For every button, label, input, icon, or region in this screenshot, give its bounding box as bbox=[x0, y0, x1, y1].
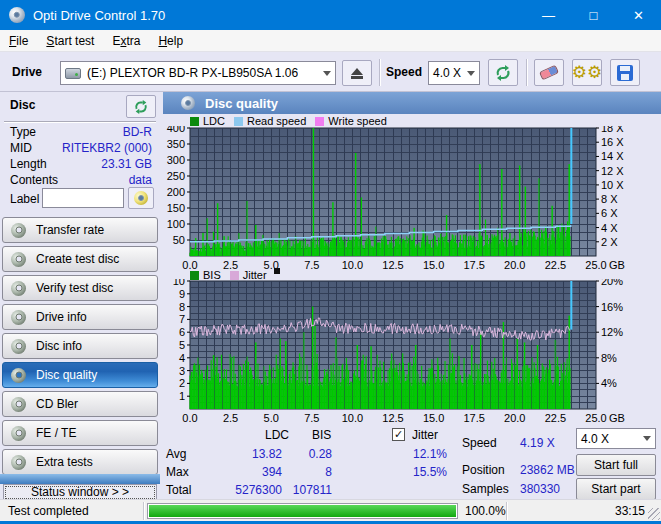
disc-label-button[interactable] bbox=[128, 187, 154, 209]
disc-label-label: Label bbox=[10, 192, 39, 206]
max-bis-value: 8 bbox=[286, 465, 332, 479]
disc-icon bbox=[11, 310, 26, 325]
ldc-read-speed-chart: 4003503002502001501005018 X16 X14 X12 X1… bbox=[160, 126, 661, 272]
disc-icon bbox=[11, 281, 26, 296]
sidebar-item-fe-te[interactable]: FE / TE bbox=[2, 420, 158, 446]
svg-text:50: 50 bbox=[173, 234, 185, 246]
drive-label: Drive bbox=[12, 65, 42, 79]
svg-text:GB: GB bbox=[609, 412, 625, 424]
test-speed-select-value: 4.0 X bbox=[581, 432, 609, 446]
drive-select[interactable]: (E:) PLEXTOR BD-R PX-LB950SA 1.06 bbox=[60, 61, 336, 85]
svg-text:400: 400 bbox=[167, 126, 185, 134]
title-bar: Opti Drive Control 1.70 — □ ✕ bbox=[0, 0, 661, 30]
disc-quality-header: Disc quality bbox=[163, 92, 661, 114]
disc-icon bbox=[11, 368, 26, 383]
statusbar-separator bbox=[506, 502, 507, 520]
resize-grip[interactable] bbox=[648, 508, 660, 520]
sidebar-item-disc-quality[interactable]: Disc quality bbox=[2, 362, 158, 388]
window-title: Opti Drive Control 1.70 bbox=[33, 8, 165, 23]
svg-text:17.5: 17.5 bbox=[463, 412, 484, 424]
start-part-button[interactable]: Start part bbox=[576, 478, 656, 500]
save-button[interactable] bbox=[610, 59, 640, 86]
speed-label: Speed bbox=[386, 65, 422, 79]
svg-text:16%: 16% bbox=[601, 301, 623, 313]
disc-type-label: Type bbox=[10, 125, 36, 139]
avg-bis-value: 0.28 bbox=[286, 447, 332, 461]
max-row-label: Max bbox=[166, 465, 189, 479]
svg-text:10: 10 bbox=[173, 279, 185, 287]
max-ldc-value: 394 bbox=[220, 465, 282, 479]
elapsed-time: 33:15 bbox=[615, 504, 645, 518]
avg-jitter-value: 12.1% bbox=[390, 447, 447, 461]
disc-icon bbox=[11, 426, 26, 441]
sidebar-item-extra-tests[interactable]: Extra tests bbox=[2, 449, 158, 475]
refresh-button[interactable] bbox=[488, 59, 518, 86]
menu-help[interactable]: Help bbox=[149, 32, 192, 50]
menu-extra[interactable]: Extra bbox=[103, 32, 149, 50]
menu-start-test[interactable]: Start test bbox=[37, 32, 103, 50]
svg-text:22.5: 22.5 bbox=[545, 259, 566, 271]
gears-icon: ⚙⚙ bbox=[572, 64, 602, 81]
svg-text:12.5: 12.5 bbox=[382, 412, 403, 424]
menu-bar: File Start test Extra Help bbox=[0, 30, 661, 52]
erase-disc-button[interactable] bbox=[534, 59, 564, 86]
settings-button[interactable]: ⚙⚙ bbox=[572, 59, 602, 86]
refresh-icon bbox=[494, 64, 512, 82]
svg-text:7.5: 7.5 bbox=[304, 412, 319, 424]
minimize-button[interactable]: — bbox=[526, 0, 571, 30]
disc-panel-title: Disc bbox=[10, 98, 35, 112]
svg-text:25.0: 25.0 bbox=[585, 412, 606, 424]
svg-text:4: 4 bbox=[179, 352, 185, 364]
legend-marker bbox=[274, 268, 280, 274]
sidebar-item-create-test-disc[interactable]: Create test disc bbox=[2, 246, 158, 272]
total-ldc-value: 5276300 bbox=[220, 483, 282, 497]
svg-text:1: 1 bbox=[179, 390, 185, 402]
svg-text:12.5: 12.5 bbox=[382, 259, 403, 271]
jitter-column-header: Jitter bbox=[412, 428, 438, 442]
jitter-checkbox[interactable]: ✓ bbox=[392, 428, 405, 441]
close-button[interactable]: ✕ bbox=[616, 0, 661, 30]
statusbar-separator bbox=[143, 502, 144, 520]
maximize-button[interactable]: □ bbox=[571, 0, 616, 30]
svg-text:6: 6 bbox=[179, 326, 185, 338]
svg-text:2 X: 2 X bbox=[601, 236, 618, 248]
svg-text:10 X: 10 X bbox=[601, 179, 624, 191]
svg-text:4%: 4% bbox=[601, 377, 617, 389]
eraser-icon bbox=[539, 65, 559, 81]
speed-select[interactable]: 4.0 X bbox=[428, 61, 480, 85]
svg-text:300: 300 bbox=[167, 154, 185, 166]
status-bar: Test completed 100.0% 33:15 bbox=[0, 499, 661, 521]
disc-label-input[interactable] bbox=[42, 188, 124, 208]
menu-file[interactable]: File bbox=[0, 32, 37, 50]
eject-icon bbox=[351, 68, 363, 79]
sidebar-item-drive-info[interactable]: Drive info bbox=[2, 304, 158, 330]
speed-select-value: 4.0 X bbox=[433, 66, 461, 80]
disc-icon bbox=[11, 339, 26, 354]
svg-text:6 X: 6 X bbox=[601, 207, 618, 219]
svg-text:5.0: 5.0 bbox=[264, 412, 279, 424]
eject-button[interactable] bbox=[342, 60, 372, 86]
read-speed-legend-swatch bbox=[234, 117, 243, 126]
disc-icon bbox=[11, 252, 26, 267]
test-speed-select[interactable]: 4.0 X bbox=[576, 428, 656, 449]
disc-quality-panel: Disc quality LDC Read speed Write speed … bbox=[160, 92, 661, 499]
svg-text:350: 350 bbox=[167, 138, 185, 150]
speed-stat-value: 4.19 X bbox=[520, 436, 555, 450]
start-full-button[interactable]: Start full bbox=[576, 454, 656, 476]
sidebar-item-verify-test-disc[interactable]: Verify test disc bbox=[2, 275, 158, 301]
avg-ldc-value: 13.82 bbox=[220, 447, 282, 461]
sidebar-item-transfer-rate[interactable]: Transfer rate bbox=[2, 217, 158, 243]
disc-refresh-button[interactable] bbox=[126, 95, 156, 118]
samples-stat-label: Samples bbox=[462, 482, 509, 496]
svg-text:20%: 20% bbox=[601, 279, 623, 287]
sidebar: Disc Type BD-R MID RITEKBR2 (000) Length… bbox=[0, 92, 160, 499]
max-jitter-value: 15.5% bbox=[390, 465, 447, 479]
ldc-legend-swatch bbox=[190, 117, 199, 126]
disc-contents-label: Contents bbox=[10, 173, 58, 187]
sidebar-item-disc-info[interactable]: Disc info bbox=[2, 333, 158, 359]
svg-text:7.5: 7.5 bbox=[304, 259, 319, 271]
sidebar-item-cd-bler[interactable]: CD Bler bbox=[2, 391, 158, 417]
progress-percent: 100.0% bbox=[465, 504, 506, 518]
total-bis-value: 107811 bbox=[286, 483, 332, 497]
svg-text:4 X: 4 X bbox=[601, 222, 618, 234]
